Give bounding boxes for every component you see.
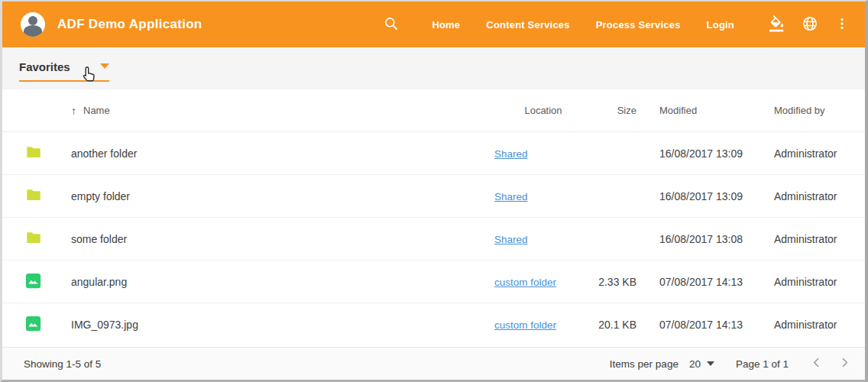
user-avatar[interactable] <box>21 12 45 37</box>
favorites-dropdown[interactable]: Favorites <box>19 60 109 82</box>
nav-content-services[interactable]: Content Services <box>486 19 569 31</box>
table-row[interactable]: empty folder Shared 16/08/2017 13:09 Adm… <box>2 175 865 218</box>
modified-date: 07/08/2017 14:13 <box>636 319 774 331</box>
location-link[interactable]: Shared <box>494 234 528 245</box>
location-link[interactable]: custom folder <box>494 319 556 331</box>
table-header-row: ↑ Name Location Size Modified Modified b… <box>2 89 865 132</box>
items-per-page-value: 20 <box>689 358 701 370</box>
modified-by: Administrator <box>774 319 847 331</box>
chevron-down-icon <box>707 361 714 366</box>
modified-by: Administrator <box>774 190 847 202</box>
overflow-menu-button[interactable] <box>834 16 850 34</box>
folder-icon <box>25 144 42 160</box>
modified-by: Administrator <box>774 276 847 288</box>
items-per-page-select[interactable]: 20 <box>689 358 714 370</box>
chevron-right-icon <box>838 356 851 371</box>
file-name: empty folder <box>71 190 494 202</box>
nav-home[interactable]: Home <box>432 19 460 31</box>
file-name: some folder <box>71 233 494 245</box>
pagination-footer: Showing 1-5 of 5 Items per page 20 Page … <box>2 347 865 380</box>
app-title: ADF Demo Application <box>57 17 202 32</box>
file-name: IMG_0973.jpg <box>71 319 494 331</box>
column-header-modified[interactable]: Modified <box>636 105 774 116</box>
favorites-dropdown-value: Favorites <box>19 60 70 73</box>
language-globe-icon <box>802 15 818 34</box>
app-header: ADF Demo Application Home Content Servic… <box>2 2 865 47</box>
table-row[interactable]: another folder Shared 16/08/2017 13:09 A… <box>2 132 865 175</box>
modified-date: 16/08/2017 13:09 <box>636 147 774 160</box>
location-link[interactable]: custom folder <box>494 277 556 288</box>
theme-picker-button[interactable] <box>769 15 785 34</box>
search-icon <box>384 16 399 34</box>
modified-date: 16/08/2017 13:08 <box>636 233 774 245</box>
sort-ascending-icon: ↑ <box>71 105 76 116</box>
modified-by: Administrator <box>774 233 847 245</box>
more-vertical-icon <box>834 16 850 34</box>
location-link[interactable]: Shared <box>494 191 528 202</box>
view-selector-bar: Favorites <box>2 47 865 89</box>
file-name: angular.png <box>71 276 494 288</box>
folder-icon <box>25 229 42 246</box>
table-body: another folder Shared 16/08/2017 13:09 A… <box>2 132 865 346</box>
document-list: ↑ Name Location Size Modified Modified b… <box>2 89 865 347</box>
previous-page-button[interactable] <box>808 354 824 373</box>
column-header-modified-by[interactable]: Modified by <box>774 105 847 116</box>
showing-range-label: Showing 1-5 of 5 <box>24 358 101 370</box>
chevron-down-icon <box>100 63 109 69</box>
table-row[interactable]: some folder Shared 16/08/2017 13:08 Admi… <box>2 218 865 261</box>
search-button[interactable] <box>384 16 399 34</box>
modified-by: Administrator <box>774 147 847 160</box>
page-indicator: Page 1 of 1 <box>736 358 789 370</box>
file-size: 2.33 KB <box>592 276 636 288</box>
column-header-size[interactable]: Size <box>592 105 636 116</box>
file-size: 20.1 KB <box>592 319 636 331</box>
column-header-location[interactable]: Location <box>494 105 592 116</box>
chevron-left-icon <box>810 356 823 371</box>
location-link[interactable]: Shared <box>494 148 528 160</box>
app-window: ADF Demo Application Home Content Servic… <box>0 0 868 382</box>
table-row[interactable]: IMG_0973.jpg custom folder 20.1 KB 07/08… <box>2 303 865 346</box>
column-header-name[interactable]: ↑ Name <box>71 105 494 116</box>
language-button[interactable] <box>802 15 818 34</box>
image-file-icon <box>25 316 41 332</box>
image-file-icon <box>25 273 41 289</box>
modified-date: 07/08/2017 14:13 <box>636 276 774 288</box>
file-name: another folder <box>71 147 494 160</box>
folder-icon <box>25 186 42 203</box>
items-per-page-label: Items per page <box>610 358 679 370</box>
table-row[interactable]: angular.png custom folder 2.33 KB 07/08/… <box>2 261 865 303</box>
theme-color-fill-icon <box>769 15 785 34</box>
nav-login[interactable]: Login <box>707 19 734 31</box>
nav-process-services[interactable]: Process Services <box>596 19 681 31</box>
modified-date: 16/08/2017 13:09 <box>636 190 774 202</box>
next-page-button[interactable] <box>837 354 853 373</box>
